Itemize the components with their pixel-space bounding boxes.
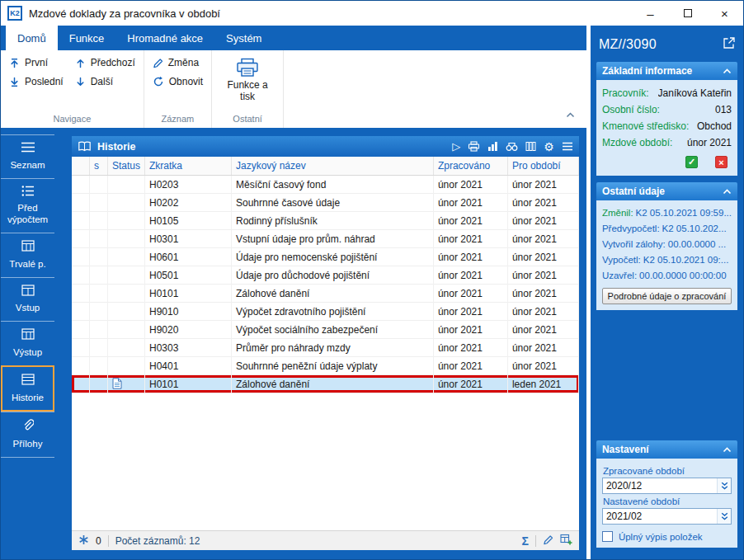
sidebar: Seznam Před výpočtem Trvalé p. Vstup [1,128,54,559]
section-header-ostatni[interactable]: Ostatní údaje [596,182,737,200]
close-button[interactable]: × [706,1,743,26]
ribbon-collapse-icon[interactable] [554,106,586,128]
col-zpracovano[interactable]: Zpracováno [434,157,508,175]
menu-icon[interactable] [562,142,573,151]
table-add-button[interactable] [560,534,572,548]
col-selector[interactable] [72,157,90,175]
cell-obdobi: únor 2021 [508,339,579,357]
jobs-count: 0 [96,535,101,547]
record-count: Počet záznamů: 12 [115,535,200,547]
set-period-combo[interactable]: 2021/02 [602,508,732,525]
cell-nazev: Údaje pro důchodové pojištění [232,266,434,285]
cell-zkratka: H0601 [145,248,232,266]
sidebar-item-historie[interactable]: Historie [1,365,54,412]
field-vypocetl: Vypočetl:K2 05.10.2021 09:... [602,252,732,268]
cell-selector [72,248,90,266]
print-icon[interactable] [468,141,480,152]
chart-icon[interactable] [487,141,498,152]
change-label: Změna [168,57,199,68]
list-icon [21,142,35,156]
cell-nazev: Souhrnné časové údaje [232,194,434,212]
first-button[interactable]: První [9,57,64,68]
sidebar-item-label: Přílohy [13,439,43,450]
last-label: Poslední [25,76,64,87]
tab-domu[interactable]: Domů [6,26,58,50]
table-row-selected[interactable]: H0101 Zálohové danění únor 2021 leden 20… [72,375,579,393]
historie-panel-header: Historie ▷ ⚙ [72,136,579,157]
table-row[interactable]: H0601 Údaje pro nemocenské pojištění úno… [72,248,579,266]
table-row[interactable]: H9010 Výpočet zdravotního pojištění únor… [72,303,579,321]
col-obdobi[interactable]: Pro období [508,157,579,175]
detail-panel: MZ//3090 Základní informace Pracovník:Ja… [591,26,743,559]
col-status[interactable]: Status [108,157,145,175]
document-icon [112,378,122,392]
dropdown-icon[interactable] [717,478,731,493]
cell-s [90,375,108,393]
table-row[interactable]: H0303 Průměr pro náhrady mzdy únor 2021 … [72,339,579,357]
section-header-zakladni[interactable]: Základní informace [596,62,737,80]
tab-funkce[interactable]: Funkce [58,26,116,50]
run-icon[interactable]: ▷ [452,141,460,152]
sidebar-item-vstup[interactable]: Vstup [1,277,54,322]
panel-title: Historie [97,141,136,153]
maximize-icon [684,9,692,17]
dropdown-icon[interactable] [717,509,731,524]
sidebar-item-seznam[interactable]: Seznam [1,134,54,178]
previous-button[interactable]: Předchozí [75,57,135,68]
external-link-icon[interactable] [723,37,735,52]
table-row[interactable]: H0301 Vstupní údaje pro prům. náhrad úno… [72,230,579,248]
next-button[interactable]: Další [75,76,135,87]
app-logo: K2 [7,6,22,21]
sidebar-item-pred-vypoctem[interactable]: Před výpočtem [1,178,54,233]
cell-nazev: Zálohové danění [232,285,434,303]
table-row[interactable]: H0203 Měsíční časový fond únor 2021 únor… [72,176,579,194]
functions-print-button[interactable]: Funkce a tisk [220,57,275,103]
sidebar-item-vystup[interactable]: Výstup [1,321,54,365]
col-zkratka[interactable]: Zkratka [145,157,232,175]
table-row[interactable]: H0501 Údaje pro důchodové pojištění únor… [72,266,579,285]
table-icon [21,328,35,343]
processing-details-button[interactable]: Podrobné údaje o zpracování [602,288,732,304]
cell-selector [72,357,90,375]
sidebar-item-prilohy[interactable]: Přílohy [1,412,54,458]
edit-pencil-button[interactable] [543,534,553,548]
field-predvypocetl: Předvypočetl:K2 05.10.202... [602,221,732,237]
table-row[interactable]: H9020 Výpočet sociálního zabezpečení úno… [72,321,579,339]
section-header-nastaveni[interactable]: Nastavení [596,440,737,459]
table-row[interactable]: H0101 Zálohové danění únor 2021 únor 202… [72,285,579,303]
maximize-button[interactable] [669,1,706,26]
group-label-zaznam: Záznam [144,112,211,128]
gear-icon[interactable]: ⚙ [544,141,554,153]
col-s[interactable]: s [90,157,108,175]
tab-hromadne-akce[interactable]: Hromadné akce [115,26,214,50]
minimize-button[interactable]: – [632,1,669,26]
table-row[interactable]: H0401 Souhrnné peněžní údaje výplaty úno… [72,357,579,375]
cell-zpracovano: únor 2021 [434,194,508,212]
sum-button[interactable]: Σ [522,534,529,548]
cell-status [108,212,145,230]
col-nazev[interactable]: Jazykový název [232,157,434,175]
status-checkbox-green[interactable]: ✓ [685,156,698,168]
table-row[interactable]: H0202 Souhrnné časové údaje únor 2021 ún… [72,194,579,212]
cell-status [108,321,145,339]
cell-nazev: Výpočet sociálního zabezpečení [232,321,434,339]
cell-s [90,285,108,303]
last-button[interactable]: Poslední [9,76,64,87]
cell-selector [72,266,90,285]
cell-status [108,230,145,248]
columns-icon[interactable] [525,141,536,152]
sidebar-item-trvale-p[interactable]: Trvalé p. [1,233,54,277]
change-button[interactable]: Změna [153,57,203,68]
table-status-bar: 0 Počet záznamů: 12 Σ [72,530,579,550]
cell-selector [72,212,90,230]
table-row[interactable]: H0105 Rodinný příslušník únor 2021 únor … [72,212,579,230]
refresh-button[interactable]: Obnovit [153,76,203,87]
full-list-checkbox[interactable] [602,531,613,542]
status-checkbox-red[interactable]: × [715,156,728,168]
tab-system[interactable]: Systém [214,26,273,50]
processed-period-combo[interactable]: 2020/12 [602,478,732,494]
cell-zkratka: H0203 [145,176,232,194]
cell-zkratka: H0105 [145,212,232,230]
app-window: K2 Mzdové doklady za pracovníka v období… [0,0,744,560]
binoculars-icon[interactable] [506,141,518,152]
